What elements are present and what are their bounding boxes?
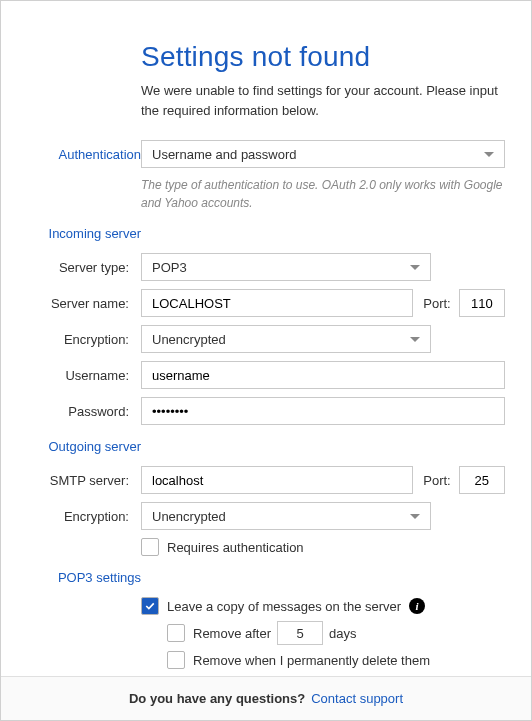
server-type-label: Server type: (27, 260, 141, 275)
requires-auth-label: Requires authentication (167, 540, 304, 555)
username-label: Username: (27, 368, 141, 383)
chevron-down-icon (410, 514, 420, 519)
chevron-down-icon (484, 152, 494, 157)
password-label: Password: (27, 404, 141, 419)
footer-question: Do you have any questions? (129, 691, 305, 706)
password-input[interactable] (141, 397, 505, 425)
outgoing-encryption-select[interactable]: Unencrypted (141, 502, 431, 530)
username-field[interactable] (152, 368, 494, 383)
smtp-server-label: SMTP server: (27, 473, 141, 488)
remove-after-suffix: days (329, 626, 356, 641)
server-name-label: Server name: (27, 296, 141, 311)
outgoing-port-label: Port: (413, 473, 458, 488)
incoming-port-input[interactable] (459, 289, 505, 317)
outgoing-server-heading: Outgoing server (27, 439, 141, 454)
incoming-encryption-value: Unencrypted (152, 332, 226, 347)
server-name-input[interactable] (141, 289, 413, 317)
incoming-encryption-label: Encryption: (27, 332, 141, 347)
chevron-down-icon (410, 265, 420, 270)
pop3-settings-heading: POP3 settings (27, 570, 141, 585)
authentication-hint: The type of authentication to use. OAuth… (141, 176, 505, 212)
chevron-down-icon (410, 337, 420, 342)
info-icon[interactable]: i (409, 598, 425, 614)
incoming-port-label: Port: (413, 296, 458, 311)
authentication-label: Authentication (27, 147, 141, 162)
leave-copy-label: Leave a copy of messages on the server (167, 599, 401, 614)
authentication-value: Username and password (152, 147, 297, 162)
smtp-server-field[interactable] (152, 473, 402, 488)
outgoing-port-input[interactable] (459, 466, 505, 494)
requires-auth-checkbox[interactable] (141, 538, 159, 556)
contact-support-link[interactable]: Contact support (311, 691, 403, 706)
outgoing-encryption-label: Encryption: (27, 509, 141, 524)
remove-perm-label: Remove when I permanently delete them (193, 653, 430, 668)
remove-after-checkbox[interactable] (167, 624, 185, 642)
smtp-server-input[interactable] (141, 466, 413, 494)
leave-copy-checkbox[interactable] (141, 597, 159, 615)
footer: Do you have any questions? Contact suppo… (1, 676, 531, 720)
remove-after-days-input[interactable]: 5 (277, 621, 323, 645)
server-type-value: POP3 (152, 260, 187, 275)
server-type-select[interactable]: POP3 (141, 253, 431, 281)
remove-after-prefix: Remove after (193, 626, 271, 641)
page-subtitle: We were unable to find settings for your… (141, 81, 505, 120)
checkmark-icon (144, 600, 156, 612)
page-title: Settings not found (141, 41, 505, 73)
remove-perm-checkbox[interactable] (167, 651, 185, 669)
incoming-encryption-select[interactable]: Unencrypted (141, 325, 431, 353)
outgoing-port-field[interactable] (470, 473, 494, 488)
authentication-select[interactable]: Username and password (141, 140, 505, 168)
password-field[interactable] (152, 404, 494, 419)
incoming-port-field[interactable] (470, 296, 494, 311)
server-name-field[interactable] (152, 296, 402, 311)
outgoing-encryption-value: Unencrypted (152, 509, 226, 524)
username-input[interactable] (141, 361, 505, 389)
incoming-server-heading: Incoming server (27, 226, 141, 241)
